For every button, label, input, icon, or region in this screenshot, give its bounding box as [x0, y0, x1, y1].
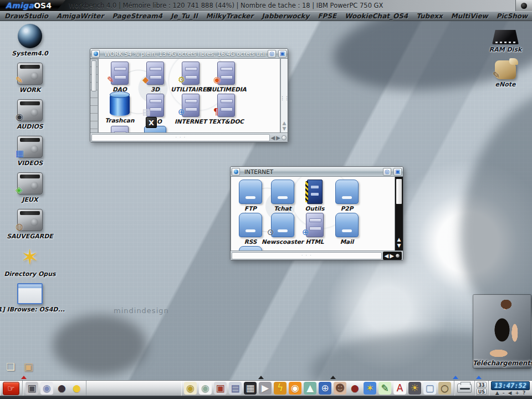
folder-multimedia[interactable]: ◉ MULTIMEDIA	[208, 62, 244, 93]
work-window-titlebar[interactable]: WORK 54 % plein, 13.9G octets libres, 16…	[90, 49, 288, 59]
depth-gadget[interactable]: ▣	[393, 168, 402, 176]
menu-tubexx[interactable]: Tubexx	[416, 12, 443, 20]
dock-card-reader[interactable]: ▤	[229, 382, 242, 395]
close-gadget[interactable]	[91, 50, 100, 58]
package-box-icon[interactable]: ▣	[22, 360, 34, 372]
folder-p2p[interactable]: P2P	[331, 180, 363, 212]
scroll-right-arrow[interactable]: ▶	[276, 135, 280, 141]
icon-sauvegarde-drive[interactable]: ◍ SAUVEGARDE	[7, 209, 53, 240]
menu-drawstudio[interactable]: DrawStudio	[4, 12, 48, 20]
folder-mail[interactable]: Mail	[331, 213, 363, 245]
folder-x11[interactable]: X X11R6.3-Pre3	[137, 126, 173, 132]
menu-multiview[interactable]: MultiView	[451, 12, 488, 20]
clock-plus-button[interactable]: +	[515, 391, 519, 396]
keyboard-layout-bottom[interactable]: US	[477, 388, 487, 395]
desktop-surface[interactable]: mindindesign System4.0 ✎ WORK ◉	[0, 21, 532, 380]
menu-pagestream4[interactable]: PageStream4	[112, 12, 162, 20]
menu-jabberwocky[interactable]: Jabberwocky	[262, 12, 309, 20]
folder-newscoaster[interactable]: ⊙ Newscoaster	[267, 213, 299, 245]
internet-window-titlebar[interactable]: INTERNET ◎ ▣	[231, 167, 403, 177]
scroll-left-arrow[interactable]: ◀	[271, 135, 275, 141]
menu-picshow[interactable]: PicShow	[497, 12, 528, 20]
zoom-gadget[interactable]: ◎	[268, 50, 276, 58]
dock-yellow-ball[interactable]: ●	[70, 382, 83, 395]
clock-help-button[interactable]: ?	[523, 391, 525, 396]
folder-utilitaires[interactable]: ⚙ UTILITAIRES	[173, 62, 208, 93]
scroll-up-arrow[interactable]: ▲	[397, 237, 401, 243]
dock-shell[interactable]: ☀	[408, 382, 421, 395]
scroll-left-arrow[interactable]: ◀	[385, 253, 389, 259]
folder-internet[interactable]: ⊕ INTERNET	[173, 94, 208, 125]
internet-vertical-scrollbar[interactable]: ▲ ▼	[395, 177, 403, 250]
menu-wookiechat-os4[interactable]: WookieChat_OS4	[345, 12, 408, 20]
trashcan[interactable]: Trashcan	[102, 94, 137, 125]
folder-tchat[interactable]: Tchat	[267, 180, 299, 212]
menu-fpse[interactable]: FPSE	[318, 12, 336, 20]
icon-system40[interactable]: System4.0	[12, 24, 48, 57]
dock-search[interactable]: ○	[438, 382, 451, 395]
dock-photo-viewer[interactable]: ▣	[25, 382, 38, 395]
drag-handle-icon[interactable]: ⋮⋮	[280, 96, 289, 100]
menu-amigawriter[interactable]: AmigaWriter	[57, 12, 104, 20]
folder-ftp[interactable]: FTP	[234, 180, 267, 212]
icon-directory-opus[interactable]: ✶ Directory Opus	[4, 245, 55, 278]
depth-gadget[interactable]: ▣	[278, 50, 287, 58]
dock-pdf-reader[interactable]: A	[393, 382, 406, 395]
icon-videos-drive[interactable]: ▦ VIDEOS	[17, 136, 43, 167]
printer-icon[interactable]	[457, 383, 472, 393]
folder-dao[interactable]: ✎ DAO	[102, 62, 137, 93]
dock-paint[interactable]: ✶	[364, 382, 376, 395]
screen-titlebar[interactable]: AmigaOS4 Workbench 4.0 | Mémoire libre :…	[0, 0, 532, 11]
dock-winamp[interactable]: ϟ	[274, 382, 287, 395]
dock-scanner[interactable]: ▣	[214, 382, 227, 395]
menu-milkytracker[interactable]: MilkyTracker	[206, 12, 254, 20]
work-vertical-scrollbar[interactable]	[90, 59, 98, 132]
scrollbar-thumb[interactable]	[396, 179, 402, 204]
icon-audios-drive[interactable]: ◉ AUDIOS	[17, 99, 43, 130]
folder-navigateurs[interactable]: Navigateurs	[234, 246, 267, 250]
scroll-down-arrow[interactable]: ▼	[283, 126, 287, 131]
dock-uploader[interactable]: ▲	[304, 382, 316, 395]
dock-cd-burner[interactable]: ◉	[199, 382, 212, 395]
keyboard-layout-top[interactable]: 33	[477, 382, 487, 388]
zoom-gadget[interactable]: ◎	[383, 168, 391, 176]
dock-media-player[interactable]: ▶	[259, 382, 272, 395]
dock-red-sphere[interactable]: ●	[349, 382, 361, 395]
icon-ram-disk[interactable]: RAM Disk	[489, 25, 522, 53]
folder-3d[interactable]: ◆ 3D	[137, 62, 173, 93]
icon-enote[interactable]: ✎ eNote	[495, 60, 516, 88]
hscroll-track[interactable]: · · ·	[232, 252, 382, 259]
icon-jeux-drive[interactable]: ◈ JEUX	[17, 172, 43, 203]
folder-textdoc[interactable]: ¶ TEXT&DOC	[208, 94, 244, 125]
hscroll-track[interactable]: · · ·	[91, 134, 270, 141]
launcher-button[interactable]: ☞	[3, 382, 19, 395]
dock-rss-reader[interactable]: ◉	[289, 382, 301, 395]
screen-depth-gadget[interactable]	[515, 0, 532, 11]
dock-film-editor[interactable]: ▦	[244, 382, 257, 395]
dock-cd-player[interactable]: ◉	[40, 382, 53, 395]
icon-work-drive[interactable]: ✎ WORK	[17, 63, 43, 94]
scrollbar-thumb[interactable]	[91, 60, 96, 91]
folder-utilisateurs[interactable]: ★ UTILISATEURS	[102, 126, 137, 132]
dock-cd-audio[interactable]: ◉	[184, 382, 197, 395]
clock-prev-button[interactable]: ◀	[508, 391, 511, 396]
resize-knob-icon[interactable]	[395, 253, 400, 258]
scrap-paper-icon[interactable]: ❏	[4, 360, 17, 372]
scroll-down-arrow[interactable]: ▼	[397, 243, 401, 249]
clock-eject-button[interactable]: ▲	[495, 391, 499, 396]
folder-outils[interactable]: Outils	[299, 180, 331, 212]
scroll-right-arrow[interactable]: ▶	[390, 253, 394, 259]
folder-html[interactable]: ⊕ HTML	[299, 213, 331, 245]
dock-window-manager[interactable]: ▢	[423, 382, 436, 395]
clock-minus-button[interactable]: -	[503, 391, 505, 396]
dock-web-browser[interactable]: ⊕	[319, 382, 331, 395]
dock-boing-ball[interactable]: ●	[55, 382, 68, 395]
icon-telechargements[interactable]: Téléchargements	[473, 295, 531, 368]
menu-je-tu-il[interactable]: Je_Tu_Il	[171, 12, 198, 20]
resize-knob-icon[interactable]	[282, 135, 287, 140]
work-right-border[interactable]: ⋮⋮ ▲ ▼	[280, 59, 288, 132]
icon-ibrowse-window[interactable]: [1] IBrowse: OS4D...	[0, 283, 65, 313]
close-gadget[interactable]	[232, 168, 240, 176]
dock-notepad[interactable]: ✎	[378, 382, 391, 395]
dock-portrait-photo[interactable]: ☻	[334, 382, 346, 395]
